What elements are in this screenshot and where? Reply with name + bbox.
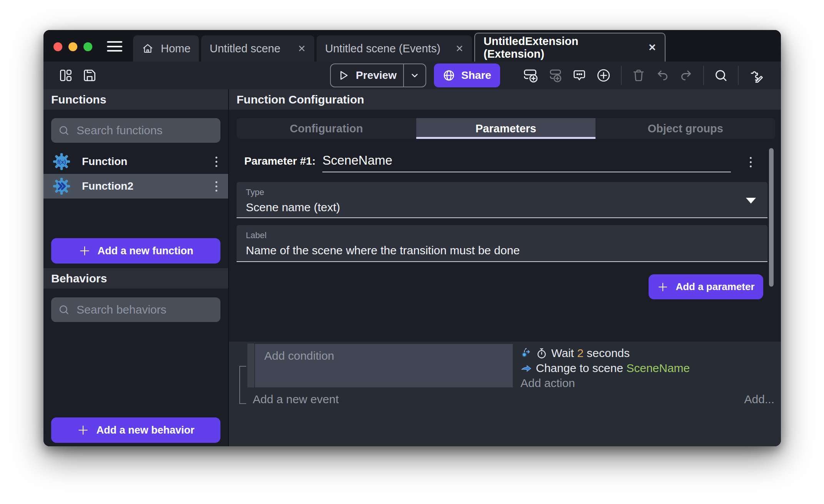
- wait-seconds-value: 2: [577, 347, 584, 359]
- actions-column: Wait 2 seconds Change to scene SceneName…: [520, 345, 690, 391]
- label-label: Label: [246, 230, 758, 240]
- plus-icon: [657, 281, 669, 293]
- panel-header: Function Configuration: [229, 89, 781, 110]
- home-icon: [142, 42, 154, 55]
- app-window: Home Untitled scene ✕ Untitled scene (Ev…: [43, 30, 781, 446]
- function-menu-icon[interactable]: [214, 155, 219, 169]
- events-sheet: Add condition Wait 2 seconds Change to s…: [229, 342, 781, 446]
- add-more-link[interactable]: Add...: [744, 393, 774, 406]
- plus-icon: [78, 245, 91, 257]
- type-select[interactable]: Type Scene name (text): [237, 182, 767, 218]
- close-tab-icon[interactable]: ✕: [298, 43, 306, 54]
- undo-icon[interactable]: [656, 68, 669, 82]
- add-subevent-icon[interactable]: [548, 68, 562, 83]
- behaviors-search-input[interactable]: [76, 303, 214, 317]
- sidebar: Functions: [43, 89, 228, 446]
- close-window-button[interactable]: [53, 42, 62, 51]
- tab-object-groups[interactable]: Object groups: [595, 118, 775, 139]
- behaviors-header: Behaviors: [43, 268, 228, 289]
- chevron-down-icon: [409, 70, 420, 81]
- function-menu-icon[interactable]: [214, 180, 219, 193]
- functions-search-input[interactable]: [76, 123, 214, 137]
- add-circle-icon[interactable]: [596, 68, 611, 83]
- search-icon: [58, 125, 70, 136]
- type-label: Type: [246, 187, 758, 197]
- configuration-tabs: Configuration Parameters Object groups: [237, 118, 775, 139]
- functions-title: Functions: [51, 93, 106, 106]
- tab-label: Untitled scene: [210, 42, 280, 55]
- minimize-window-button[interactable]: [68, 42, 77, 51]
- behaviors-title: Behaviors: [51, 272, 107, 285]
- redo-icon[interactable]: [679, 68, 693, 82]
- async-icon: [520, 347, 532, 359]
- save-icon[interactable]: [83, 68, 97, 82]
- functions-header: Functions: [43, 89, 228, 110]
- add-condition-area[interactable]: Add condition: [255, 344, 513, 387]
- close-tab-icon[interactable]: ✕: [455, 43, 464, 54]
- comment-icon[interactable]: [572, 68, 586, 82]
- panel-title: Function Configuration: [237, 93, 364, 106]
- play-icon: [337, 69, 350, 82]
- tab-label: Home: [161, 42, 190, 55]
- parameter-name-input[interactable]: [322, 153, 731, 168]
- scrollbar-thumb[interactable]: [769, 148, 774, 287]
- share-label: Share: [461, 69, 491, 82]
- parameter-menu-icon[interactable]: [748, 155, 753, 169]
- close-tab-icon[interactable]: ✕: [648, 42, 656, 53]
- label-value: Name of the scene where the transition m…: [246, 244, 758, 257]
- dropdown-caret-icon[interactable]: [746, 198, 756, 204]
- tab-label: UntitledExtension (Extension): [484, 35, 641, 60]
- preview-label: Preview: [356, 69, 397, 82]
- search-icon[interactable]: [714, 68, 728, 82]
- toolbar-divider: [703, 66, 704, 85]
- zoom-window-button[interactable]: [83, 42, 92, 51]
- add-behavior-label: Add a new behavior: [96, 424, 194, 436]
- label-field[interactable]: Label Name of the scene where the transi…: [237, 225, 767, 262]
- add-parameter-button[interactable]: Add a parameter: [649, 274, 763, 299]
- parameter-name-field[interactable]: [322, 153, 731, 172]
- event-selection-strip[interactable]: [247, 344, 254, 387]
- add-function-button[interactable]: Add a new function: [51, 238, 220, 264]
- titlebar: Home Untitled scene ✕ Untitled scene (Ev…: [43, 30, 781, 62]
- event-bracket: [239, 366, 246, 404]
- scene-name-value: SceneName: [626, 362, 690, 374]
- function-name: Function2: [82, 180, 133, 192]
- menu-icon[interactable]: [107, 41, 122, 52]
- function-chevrons-icon: [53, 177, 70, 195]
- plus-icon: [77, 424, 89, 436]
- tab-configuration[interactable]: Configuration: [237, 118, 416, 139]
- tab-parameters[interactable]: Parameters: [416, 118, 596, 139]
- action-change-scene[interactable]: Change to scene SceneName: [520, 360, 690, 375]
- tab-untitled-scene-events[interactable]: Untitled scene (Events) ✕: [317, 35, 472, 62]
- trash-icon[interactable]: [632, 68, 646, 82]
- behaviors-search[interactable]: [51, 297, 220, 322]
- toolbar-divider: [621, 66, 622, 85]
- add-parameter-label: Add a parameter: [676, 281, 754, 293]
- toolbar: Preview Share: [43, 62, 781, 89]
- scene-arrow-icon: [520, 362, 532, 374]
- body: Functions: [43, 89, 781, 446]
- add-new-event-link[interactable]: Add a new event: [253, 393, 339, 406]
- share-button[interactable]: Share: [434, 63, 500, 87]
- tab-untitled-scene[interactable]: Untitled scene ✕: [201, 35, 314, 62]
- tab-untitled-extension[interactable]: UntitledExtension (Extension) ✕: [474, 33, 666, 62]
- stopwatch-icon: [536, 347, 547, 359]
- parameter-label: Parameter #1:: [244, 155, 315, 167]
- action-wait[interactable]: Wait 2 seconds: [520, 345, 690, 360]
- svg-text:f(x): f(x): [57, 159, 66, 165]
- functions-search[interactable]: [51, 118, 220, 143]
- function-item[interactable]: f(x) Function: [43, 149, 228, 174]
- function-item-selected[interactable]: Function2: [43, 174, 228, 199]
- search-icon: [58, 304, 70, 315]
- panels-icon[interactable]: [59, 68, 73, 82]
- tab-home[interactable]: Home: [133, 35, 199, 62]
- add-function-label: Add a new function: [98, 245, 193, 257]
- extension-edit-icon[interactable]: [749, 68, 763, 83]
- globe-icon: [443, 69, 455, 82]
- preview-dropdown-button[interactable]: [403, 64, 425, 87]
- function-name: Function: [82, 155, 127, 168]
- preview-button[interactable]: Preview: [330, 63, 426, 87]
- add-action-link[interactable]: Add action: [520, 375, 690, 391]
- add-behavior-button[interactable]: Add a new behavior: [51, 417, 220, 443]
- add-event-icon[interactable]: [523, 68, 538, 83]
